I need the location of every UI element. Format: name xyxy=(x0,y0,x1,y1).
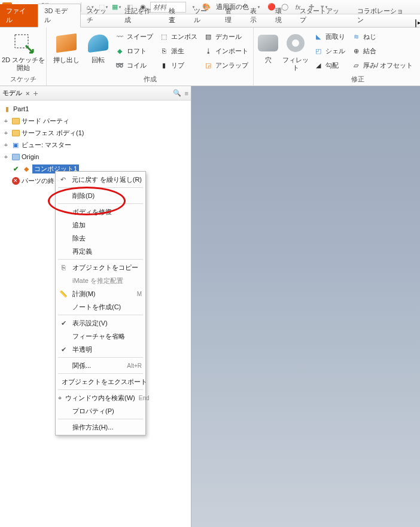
ctx-find-in-window[interactable]: ⌖ウィンドウ内を検索(W)End xyxy=(56,391,145,404)
ctx-create-note-label: ノートを作成(C) xyxy=(72,303,142,312)
ctx-properties-label: プロパティ(P) xyxy=(72,407,142,416)
emboss-button[interactable]: ⬚エンボス xyxy=(157,30,200,43)
expander-icon[interactable]: + xyxy=(2,117,10,124)
ctx-delete-label: 削除(D) xyxy=(72,191,142,200)
thread-button[interactable]: ≋ねじ xyxy=(349,30,415,43)
shell-button[interactable]: ◰シェル xyxy=(311,44,348,57)
ctx-find-in-window-label: ウィンドウ内を検索(W) xyxy=(65,394,135,403)
delete-face-button[interactable]: ✖面を 削 xyxy=(416,59,420,72)
folder-icon xyxy=(11,152,20,162)
tree-part-label: Part1 xyxy=(13,105,29,112)
ctx-remove[interactable]: 除去 xyxy=(56,231,145,245)
tree-origin[interactable]: +Origin xyxy=(0,151,191,163)
ctx-delete[interactable]: 削除(D) xyxy=(56,189,145,202)
tab-3d-model[interactable]: 3D モデル xyxy=(38,4,80,28)
ctx-suppress-feature-label: フィーチャを省略 xyxy=(72,332,142,341)
ctx-suppress-feature[interactable]: フィーチャを省略 xyxy=(56,330,145,343)
ctx-properties[interactable]: プロパティ(P) xyxy=(56,404,145,418)
revolve-button[interactable]: 回転 xyxy=(85,30,111,64)
direct-button[interactable]: ✦ダイレク xyxy=(416,44,420,57)
sweep-button[interactable]: 〰スイープ xyxy=(112,30,156,43)
unwrap-label: アンラップ xyxy=(215,61,248,70)
tab-collaborate[interactable]: コラボレーション xyxy=(351,4,415,27)
tree-view-master[interactable]: +▣ビュー: マスター xyxy=(0,139,191,151)
import-label: インポート xyxy=(215,47,248,56)
ctx-create-note[interactable]: ノートを作成(C) xyxy=(56,300,145,313)
browser-close-icon[interactable]: × xyxy=(26,90,29,97)
tree-origin-label: Origin xyxy=(22,153,39,160)
ctx-repeat-undo-label: 元に戻す を繰り返し(R) xyxy=(72,175,142,184)
shell-icon: ◰ xyxy=(314,46,323,56)
ctx-export-object[interactable]: オブジェクトをエクスポート xyxy=(56,375,145,388)
graphics-canvas[interactable] xyxy=(191,86,420,527)
folder-icon xyxy=(11,128,20,138)
ctx-redefine[interactable]: 再定義 xyxy=(56,245,145,258)
ctx-copy-object[interactable]: ⎘オブジェクトをコピー xyxy=(56,261,145,274)
separator xyxy=(58,389,143,390)
menu-icon[interactable]: ≡ xyxy=(185,90,188,97)
chamfer-button[interactable]: ◣面取り xyxy=(311,30,348,43)
start-2d-sketch-button[interactable]: 2D スケッチを 開始 xyxy=(2,30,44,71)
ctx-infer-imates[interactable]: iMate を推定配置 xyxy=(56,274,145,287)
tree-end-of-part-label: パーツの終 xyxy=(22,176,54,185)
ctx-how-to[interactable]: 操作方法(H)... xyxy=(56,421,145,434)
tab-file[interactable]: ファイル xyxy=(0,4,38,27)
context-menu: ↶元に戻す を繰り返し(R) 削除(D) ボディを修復 追加 除去 再定義 ⎘オ… xyxy=(55,171,146,435)
coil-button[interactable]: ➿コイル xyxy=(112,59,156,72)
expander-icon[interactable]: + xyxy=(2,141,10,148)
view-icon: ▣ xyxy=(11,140,20,150)
check-icon: ✔ xyxy=(11,164,20,173)
ctx-add[interactable]: 追加 xyxy=(56,218,145,231)
tab-sketch[interactable]: スケッチ xyxy=(81,4,118,27)
tab-view[interactable]: 表示 xyxy=(244,4,269,27)
rib-button[interactable]: ▮リブ xyxy=(157,59,200,72)
fillet-button[interactable]: フィレット xyxy=(281,30,310,71)
tree-surface-bodies[interactable]: +サーフェス ボディ(1) xyxy=(0,127,191,139)
extrude-button[interactable]: 押し出し xyxy=(49,30,84,64)
combine-button[interactable]: ⊕結合 xyxy=(349,44,415,57)
ctx-relationships-label: 関係... xyxy=(72,361,123,370)
extrude-label: 押し出し xyxy=(53,56,80,64)
ctx-repair-body[interactable]: ボディを修復 xyxy=(56,205,145,218)
ctx-relationships[interactable]: 関係...Alt+R xyxy=(56,359,145,372)
unwrap-button[interactable]: ◲アンラップ xyxy=(201,59,251,72)
import-button[interactable]: ⭳インポート xyxy=(201,44,251,57)
tree-third-party[interactable]: +サード パーティ xyxy=(0,115,191,127)
search-icon[interactable]: 🔍 xyxy=(173,89,181,97)
ctx-repeat-undo[interactable]: ↶元に戻す を繰り返し(R) xyxy=(56,173,145,186)
expander-icon[interactable]: + xyxy=(2,129,10,136)
emboss-icon: ⬚ xyxy=(159,32,169,41)
decal-button[interactable]: ▧デカール xyxy=(201,30,251,43)
split-button[interactable]: ⎅分割 xyxy=(416,30,420,43)
ribbon: 2D スケッチを 開始 スケッチ 押し出し 回転 〰スイープ ◆ロフト ➿コイル… xyxy=(0,28,420,86)
thicken-button[interactable]: ▱厚み/ オフセット xyxy=(349,59,415,72)
tab-annotate[interactable]: 注記を作成 xyxy=(118,4,163,27)
resume-icon[interactable] xyxy=(415,19,416,28)
tab-startup[interactable]: スタートアップ xyxy=(294,4,351,27)
draft-label: 勾配 xyxy=(325,61,339,70)
tab-inspect[interactable]: 検査 xyxy=(163,4,188,27)
check-icon: ✔ xyxy=(58,319,69,327)
thread-label: ねじ xyxy=(363,32,376,41)
panel-create-title: 作成 xyxy=(47,75,253,86)
separator xyxy=(58,203,143,204)
copy-icon: ⎘ xyxy=(58,264,69,271)
tab-tools[interactable]: ツール xyxy=(188,4,220,27)
tab-environments[interactable]: 環境 xyxy=(269,4,294,27)
loft-button[interactable]: ◆ロフト xyxy=(112,44,156,57)
shell-label: シェル xyxy=(325,47,345,56)
ctx-display-settings[interactable]: ✔表示設定(V) xyxy=(56,316,145,330)
hole-button[interactable]: 穴 xyxy=(256,30,280,64)
draft-button[interactable]: ◢勾配 xyxy=(311,59,348,72)
undo-icon: ↶ xyxy=(58,176,68,184)
measure-icon: 📏 xyxy=(58,290,69,298)
browser-add-icon[interactable]: + xyxy=(33,89,38,98)
tab-manage[interactable]: 管理 xyxy=(219,4,244,27)
expander-icon[interactable]: + xyxy=(2,153,10,160)
ctx-measure[interactable]: 📏計測(M)M xyxy=(56,287,145,300)
coil-icon: ➿ xyxy=(115,60,124,70)
decal-icon: ▧ xyxy=(203,32,213,41)
ctx-translucent[interactable]: ✔半透明 xyxy=(56,343,145,356)
derive-button[interactable]: ⎘派生 xyxy=(157,44,200,57)
tree-part[interactable]: ▮Part1 xyxy=(0,103,191,115)
